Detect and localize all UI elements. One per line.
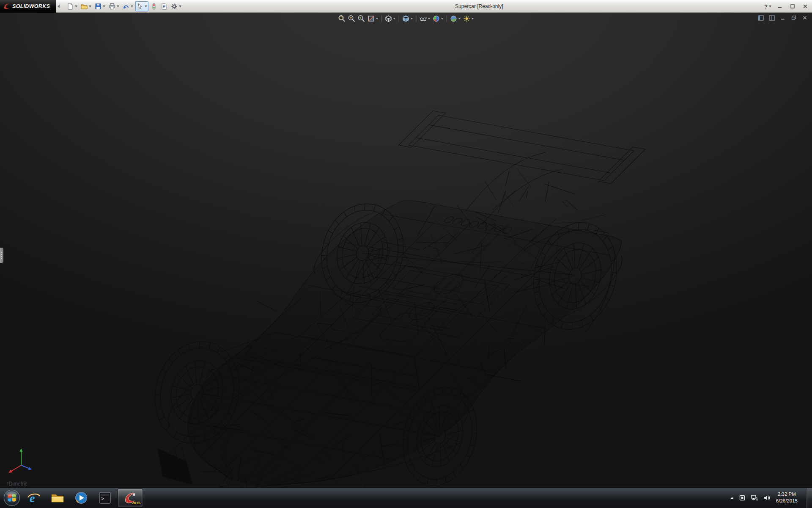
start-button[interactable] bbox=[2, 488, 22, 508]
open-icon bbox=[81, 3, 88, 10]
section-view-dropdown-icon[interactable] bbox=[376, 18, 379, 19]
undo-icon bbox=[123, 3, 129, 10]
hide-show-items-dropdown-icon[interactable] bbox=[428, 18, 431, 19]
tray-app-icon bbox=[739, 494, 746, 501]
view-orientation-cube-icon bbox=[385, 15, 392, 22]
toolbar-collapse-arrow-icon[interactable] bbox=[58, 5, 60, 8]
app-close-button[interactable] bbox=[801, 3, 809, 10]
toolbar-separator bbox=[399, 15, 399, 22]
taskbar-media-player[interactable] bbox=[70, 489, 92, 507]
doc-minimize-button[interactable] bbox=[779, 14, 787, 21]
heads-up-view-toolbar bbox=[336, 14, 476, 23]
windows-taskbar: e bbox=[0, 487, 812, 508]
taskbar-windows-explorer[interactable] bbox=[47, 489, 69, 507]
speaker-icon bbox=[763, 494, 770, 501]
rebuild-button[interactable] bbox=[149, 1, 159, 11]
taskbar-internet-explorer[interactable]: e bbox=[23, 489, 45, 507]
view-settings-button[interactable] bbox=[463, 14, 475, 23]
zoom-to-fit-icon bbox=[338, 15, 346, 22]
network-status-button[interactable] bbox=[751, 494, 758, 501]
new-document-dropdown-icon[interactable] bbox=[75, 6, 77, 7]
clock-date: 6/26/2015 bbox=[776, 498, 798, 505]
show-hidden-icons-arrow-icon bbox=[730, 497, 734, 499]
help-button[interactable]: ? bbox=[764, 3, 771, 10]
volume-button[interactable] bbox=[763, 494, 770, 501]
show-hidden-icons-button[interactable] bbox=[730, 497, 734, 499]
windows-start-orb-icon bbox=[3, 489, 21, 507]
view-orientation-dropdown-icon[interactable] bbox=[393, 18, 396, 19]
view-orientation-label: *Dimetric bbox=[7, 481, 27, 487]
hide-show-items-button[interactable] bbox=[419, 14, 431, 23]
zoom-to-area-button[interactable] bbox=[348, 14, 356, 23]
tray-app-button[interactable] bbox=[739, 494, 746, 501]
apply-scene-icon bbox=[450, 15, 458, 22]
file-properties-button[interactable] bbox=[159, 1, 169, 11]
help-dropdown-icon[interactable] bbox=[769, 6, 771, 7]
folder-icon bbox=[51, 492, 64, 504]
view-orientation-button[interactable] bbox=[384, 14, 396, 23]
edit-appearance-dropdown-icon[interactable] bbox=[441, 18, 444, 19]
solidworks-version-badge: 2015 bbox=[132, 501, 140, 505]
clock-time: 2:32 PM bbox=[776, 491, 798, 498]
toolbar-separator bbox=[416, 15, 417, 22]
display-style-button[interactable] bbox=[402, 14, 414, 23]
show-desktop-button[interactable] bbox=[806, 488, 812, 508]
options-gear-icon bbox=[171, 3, 178, 10]
select-dropdown-icon[interactable] bbox=[145, 6, 147, 7]
save-icon bbox=[95, 3, 102, 10]
apply-scene-dropdown-icon[interactable] bbox=[458, 18, 461, 19]
section-view-icon bbox=[368, 15, 375, 22]
new-document-button[interactable] bbox=[66, 1, 79, 11]
new-document-icon bbox=[67, 3, 74, 10]
doc-close-button[interactable] bbox=[801, 14, 809, 21]
titlebar: SOLIDWORKS bbox=[0, 0, 812, 13]
edit-appearance-button[interactable] bbox=[432, 14, 444, 23]
print-dropdown-icon[interactable] bbox=[117, 6, 119, 7]
apply-scene-button[interactable] bbox=[450, 14, 461, 23]
display-style-dropdown-icon[interactable] bbox=[411, 18, 413, 19]
svg-text:e: e bbox=[30, 491, 35, 505]
app-maximize-button[interactable] bbox=[788, 3, 797, 10]
document-window-controls bbox=[757, 14, 809, 21]
app-minimize-button[interactable] bbox=[776, 3, 784, 10]
undo-button[interactable] bbox=[121, 1, 134, 11]
section-view-button[interactable] bbox=[367, 14, 379, 23]
zoom-to-fit-button[interactable] bbox=[338, 14, 346, 23]
toolbar-separator bbox=[381, 15, 382, 22]
open-dropdown-icon[interactable] bbox=[89, 6, 91, 7]
dark-window-icon bbox=[99, 491, 111, 504]
save-button[interactable] bbox=[93, 1, 107, 11]
view-settings-dropdown-icon[interactable] bbox=[472, 18, 474, 19]
split-pane-button[interactable] bbox=[768, 14, 776, 21]
minimize-icon bbox=[780, 15, 785, 20]
options-button[interactable] bbox=[170, 1, 183, 11]
options-dropdown-icon[interactable] bbox=[179, 6, 181, 7]
close-icon bbox=[803, 4, 808, 9]
help-label: ? bbox=[764, 3, 768, 10]
reference-triad bbox=[7, 447, 37, 475]
view-settings-icon bbox=[463, 15, 471, 22]
select-cursor-icon bbox=[137, 3, 143, 10]
featuremanager-pane-button[interactable] bbox=[757, 14, 765, 21]
doc-restore-button[interactable] bbox=[790, 14, 798, 21]
featuremanager-splitter-handle[interactable] bbox=[0, 248, 3, 263]
car-rear-wing bbox=[399, 111, 645, 184]
undo-dropdown-icon[interactable] bbox=[131, 6, 133, 7]
select-tool-button[interactable] bbox=[135, 1, 148, 11]
maximize-icon bbox=[790, 4, 795, 9]
file-properties-icon bbox=[161, 3, 167, 10]
solidworks-logo: SOLIDWORKS bbox=[0, 0, 56, 13]
taskbar-solidworks-2015[interactable]: 2015 bbox=[118, 489, 143, 507]
print-button[interactable] bbox=[107, 1, 121, 11]
featuremanager-pane-icon bbox=[758, 15, 764, 21]
taskbar-clock[interactable]: 2:32 PM 6/26/2015 bbox=[775, 491, 801, 504]
taskbar-dark-utility-app[interactable] bbox=[94, 489, 116, 507]
display-style-icon bbox=[402, 15, 410, 22]
previous-view-button[interactable] bbox=[357, 14, 366, 23]
graphics-area[interactable]: *Dimetric bbox=[0, 13, 812, 487]
save-dropdown-icon[interactable] bbox=[103, 6, 105, 7]
toolbar-separator bbox=[447, 15, 447, 22]
open-button[interactable] bbox=[80, 1, 93, 11]
titlebar-window-controls: ? bbox=[764, 0, 809, 13]
previous-view-icon bbox=[358, 15, 365, 22]
